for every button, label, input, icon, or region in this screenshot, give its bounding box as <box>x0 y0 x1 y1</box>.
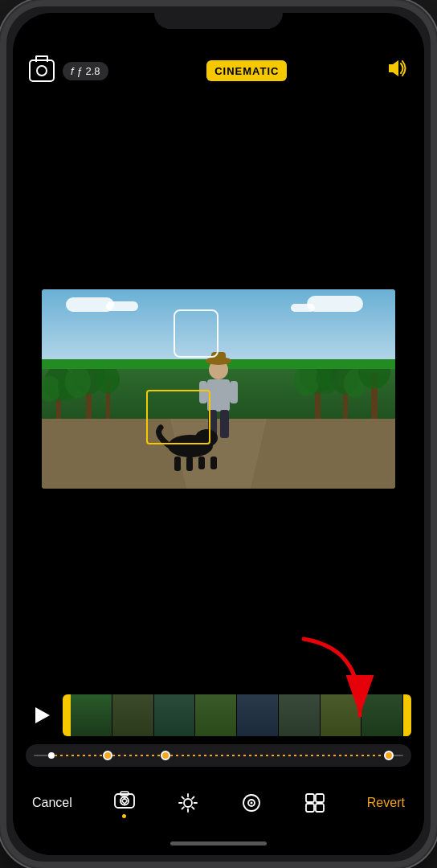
subjects-svg <box>42 289 395 489</box>
filmstrip-handle-right[interactable] <box>403 694 411 736</box>
svg-point-50 <box>250 802 252 805</box>
svg-rect-34 <box>210 457 217 469</box>
timeline-marker-orange-1 <box>103 751 112 760</box>
cinematic-label: CINEMATIC <box>214 65 279 77</box>
filmstrip-frame <box>361 694 403 736</box>
action-bar: Cancel <box>13 775 424 831</box>
svg-rect-28 <box>230 381 238 403</box>
svg-rect-31 <box>174 457 181 471</box>
filmstrip-frames <box>71 694 403 736</box>
play-icon <box>35 707 50 723</box>
filmstrip-frame <box>321 694 362 736</box>
aperture-badge[interactable]: f ƒ 2.8 <box>63 62 108 80</box>
filmstrip-frame <box>237 694 279 736</box>
cinematic-badge[interactable]: CINEMATIC <box>206 60 287 81</box>
camera-switch-dot <box>122 814 126 818</box>
filmstrip-frame <box>112 694 154 736</box>
mute-button[interactable] <box>0 151 3 183</box>
svg-rect-53 <box>306 804 314 812</box>
power-button[interactable] <box>434 199 437 272</box>
toolbar-left: f ƒ 2.8 <box>29 59 108 82</box>
timeline-line-end <box>394 755 403 756</box>
filmstrip-frame <box>279 694 321 736</box>
aperture-value: ƒ 2.8 <box>77 65 100 77</box>
brightness-button[interactable] <box>177 792 199 814</box>
timeline-marker-orange-3 <box>384 751 394 760</box>
scene-background <box>42 289 395 489</box>
volume-down-button[interactable] <box>0 264 3 312</box>
focal-point-icon <box>240 792 263 814</box>
filmstrip-frame <box>195 694 237 736</box>
notch <box>166 13 271 35</box>
person-focus-box <box>174 309 218 358</box>
brightness-icon <box>177 792 199 814</box>
timeline-row[interactable] <box>26 744 411 767</box>
revert-button[interactable]: Revert <box>367 796 405 810</box>
svg-rect-33 <box>198 457 205 469</box>
svg-line-47 <box>182 807 183 809</box>
transform-icon <box>304 792 326 814</box>
timeline-line-start <box>34 755 48 756</box>
filmstrip-row <box>26 694 411 736</box>
svg-rect-24 <box>207 379 230 411</box>
svg-rect-32 <box>186 457 193 471</box>
camera-lens-icon <box>36 65 47 76</box>
play-button[interactable] <box>26 700 56 731</box>
home-indicator <box>13 831 424 855</box>
screen: f ƒ 2.8 CINEMATIC <box>13 13 424 855</box>
top-toolbar: f ƒ 2.8 CINEMATIC <box>13 48 424 93</box>
focal-point-button[interactable] <box>240 792 263 814</box>
status-bar <box>13 13 424 48</box>
svg-rect-26 <box>220 410 229 438</box>
filmstrip-frame <box>154 694 196 736</box>
home-bar <box>170 841 267 845</box>
timeline-marker-orange-2 <box>161 751 170 760</box>
svg-point-39 <box>184 799 192 807</box>
video-frame <box>42 289 395 489</box>
camera-icon[interactable] <box>29 59 55 82</box>
bottom-controls <box>13 685 424 775</box>
video-area <box>13 93 424 685</box>
timeline-marker-white <box>48 752 55 759</box>
camera-switch-icon <box>113 788 136 811</box>
svg-rect-54 <box>316 804 324 812</box>
volume-up-button[interactable] <box>0 199 3 248</box>
timeline-dots-3 <box>170 755 384 756</box>
svg-rect-52 <box>316 794 324 802</box>
svg-marker-0 <box>389 60 398 76</box>
speaker-icon[interactable] <box>386 57 408 84</box>
dog-focus-box <box>146 390 210 444</box>
filmstrip[interactable] <box>63 694 411 736</box>
camera-switch-button[interactable] <box>113 788 136 818</box>
f-icon: f <box>71 65 74 77</box>
svg-line-46 <box>192 797 194 799</box>
timeline-dots-2 <box>112 755 161 756</box>
phone-frame: f ƒ 2.8 CINEMATIC <box>0 0 437 868</box>
svg-line-45 <box>192 807 194 809</box>
svg-rect-51 <box>306 794 314 802</box>
svg-line-44 <box>182 797 183 799</box>
cancel-button[interactable]: Cancel <box>32 796 72 810</box>
filmstrip-frame <box>71 694 112 736</box>
timeline-dots-1 <box>55 755 103 756</box>
transform-button[interactable] <box>304 792 326 814</box>
filmstrip-handle-left[interactable] <box>63 694 71 736</box>
